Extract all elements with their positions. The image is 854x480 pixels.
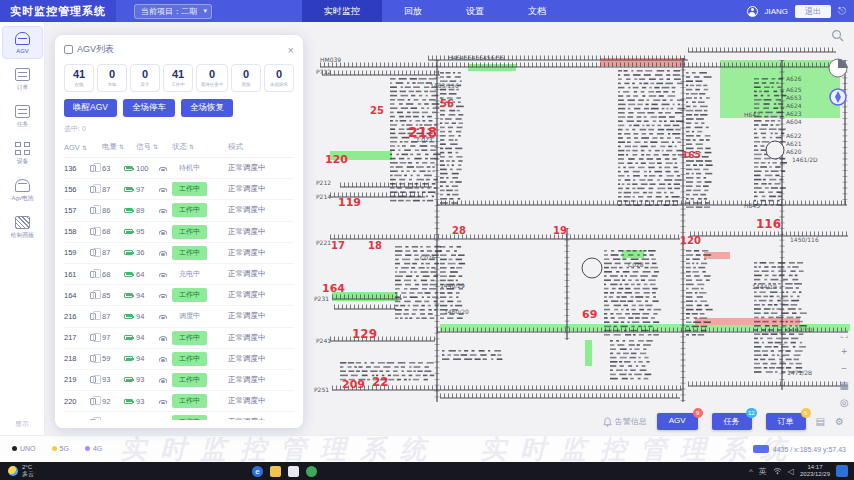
- battery-value: 97: [102, 333, 124, 342]
- battery-value: 86: [102, 206, 124, 215]
- volume-icon[interactable]: ◁: [788, 467, 794, 476]
- status-badge: 工作中: [172, 352, 207, 366]
- sidebar-item-绘制画板[interactable]: 绘制画板: [2, 211, 43, 244]
- exit-icon[interactable]: ⎋: [838, 5, 846, 17]
- grid-icon[interactable]: ▦: [840, 381, 849, 391]
- nav-item-设置[interactable]: 设置: [444, 0, 506, 22]
- copy-icon[interactable]: [90, 292, 96, 299]
- status-badge: 工作中: [172, 182, 207, 196]
- map-toolbar-button-任务[interactable]: 任务12: [712, 413, 752, 430]
- panel-button-全场停车[interactable]: 全场停车: [123, 99, 175, 117]
- map-toolbar-button-订单[interactable]: 订单6: [766, 413, 806, 430]
- agv-list-panel: AGV列表 × 41在线0充电0异常41工作中0等待任务中0离线0未初始化 唤醒…: [55, 35, 303, 428]
- stat-box-未初始化[interactable]: 0未初始化: [264, 64, 294, 92]
- mode-text: 正常调度中: [228, 248, 294, 258]
- nav-item-实时监控[interactable]: 实时监控: [302, 0, 382, 22]
- copy-icon[interactable]: [90, 228, 96, 235]
- agv-row-220[interactable]: 2209293工作中正常调度中: [64, 391, 294, 412]
- agv-row-157[interactable]: 1578689工作中正常调度中: [64, 200, 294, 221]
- battery-icon: [124, 166, 133, 171]
- taskbar-clock[interactable]: 14:17 2023/12/29: [800, 464, 830, 478]
- wifi-tray-icon[interactable]: [773, 467, 782, 475]
- agv-row-164[interactable]: 1648594工作中正常调度中: [64, 285, 294, 306]
- stat-box-异常[interactable]: 0异常: [130, 64, 160, 92]
- nav-item-回放[interactable]: 回放: [382, 0, 444, 22]
- taskbar-weather[interactable]: 2°C 多云: [0, 464, 42, 478]
- logout-button[interactable]: 退出: [795, 5, 831, 18]
- sidebar-item-订单[interactable]: 订单: [2, 63, 43, 96]
- agv-row-158[interactable]: 1586895工作中正常调度中: [64, 222, 294, 243]
- wifi-icon: [158, 164, 167, 172]
- battery-value: 59: [102, 354, 124, 363]
- notification-icon[interactable]: [836, 465, 848, 477]
- svg-text:119: 119: [338, 196, 361, 209]
- project-select[interactable]: 当前项目：二期 ▾: [134, 4, 212, 19]
- zoom-out-icon[interactable]: −: [840, 364, 849, 374]
- sidebar-item-任务[interactable]: 任务: [2, 100, 43, 133]
- svg-text:209: 209: [342, 378, 365, 391]
- agv-row-219[interactable]: 2199393工作中正常调度中: [64, 370, 294, 391]
- copy-icon[interactable]: [90, 165, 96, 172]
- copy-icon[interactable]: [90, 313, 96, 320]
- battery-value: 93: [102, 375, 124, 384]
- stat-box-在线[interactable]: 41在线: [64, 64, 94, 92]
- search-icon[interactable]: [831, 29, 844, 42]
- copy-icon[interactable]: [90, 186, 96, 193]
- sidebar-item-label: Agv电池: [4, 194, 41, 202]
- signal-value: 94: [136, 354, 158, 363]
- close-icon[interactable]: ×: [288, 45, 294, 55]
- copy-icon[interactable]: [90, 249, 96, 256]
- sidebar-item-AGV[interactable]: AGV: [2, 26, 43, 59]
- agv-row-159[interactable]: 1598736工作中正常调度中: [64, 243, 294, 264]
- zoom-in-icon[interactable]: +: [840, 347, 849, 357]
- chevron-down-icon: ▾: [203, 7, 207, 15]
- copy-icon[interactable]: [90, 271, 96, 278]
- agv-row-217[interactable]: 2179794工作中正常调度中: [64, 328, 294, 349]
- map-toolbar-button-AGV[interactable]: AGV9: [657, 413, 698, 430]
- folder-icon[interactable]: [270, 466, 281, 477]
- svg-text:1471/2B: 1471/2B: [787, 369, 812, 376]
- stat-box-离线[interactable]: 0离线: [231, 64, 261, 92]
- stat-box-充电[interactable]: 0充电: [97, 64, 127, 92]
- svg-text:22: 22: [372, 375, 389, 389]
- sidebar-item-设备[interactable]: 设备: [2, 137, 43, 170]
- nav-item-文档[interactable]: 文档: [506, 0, 568, 22]
- copy-icon[interactable]: [90, 419, 96, 420]
- agv-row-216[interactable]: 2168794调度中正常调度中: [64, 306, 294, 327]
- wifi-icon: [158, 185, 167, 193]
- ime-icon[interactable]: 英: [759, 466, 767, 477]
- tray-expand-icon[interactable]: ^: [749, 467, 753, 476]
- copy-icon[interactable]: [90, 376, 96, 383]
- locate-icon[interactable]: ◎: [840, 398, 849, 408]
- gear-icon[interactable]: ⚙: [835, 416, 844, 427]
- copy-icon[interactable]: [90, 398, 96, 405]
- agv-row-136[interactable]: 13663100待机中正常调度中: [64, 158, 294, 179]
- panel-button-唤醒AGV[interactable]: 唤醒AGV: [64, 99, 117, 117]
- agv-row-218[interactable]: 2185994工作中正常调度中: [64, 349, 294, 370]
- browser-icon[interactable]: [306, 466, 317, 477]
- agv-number: 216: [64, 312, 90, 321]
- battery-icon: [124, 356, 133, 361]
- agv-row-240[interactable]: 2407090工作中正常调度中: [64, 412, 294, 420]
- panel-button-全场恢复[interactable]: 全场恢复: [181, 99, 233, 117]
- edge-icon[interactable]: e: [252, 466, 263, 477]
- copy-icon[interactable]: [90, 355, 96, 362]
- sidebar-item-Agv电池[interactable]: Agv电池: [2, 174, 43, 207]
- battery-icon: [124, 335, 133, 340]
- copy-icon[interactable]: [90, 207, 96, 214]
- stat-box-等待任务中[interactable]: 0等待任务中: [196, 64, 228, 92]
- alert-chip[interactable]: 告警信息: [603, 416, 647, 427]
- legend-doc-icon[interactable]: ▤: [816, 416, 825, 427]
- nav-right: JIANG 退出 ⎋: [747, 5, 854, 18]
- agv-row-161[interactable]: 1616864充电中正常调度中: [64, 264, 294, 285]
- cursor-chip-icon: [753, 445, 769, 453]
- agv-row-156[interactable]: 1568797工作中正常调度中: [64, 179, 294, 200]
- agv-number: 161: [64, 270, 90, 279]
- svg-text:A624: A624: [786, 102, 802, 109]
- fullscreen-icon[interactable]: ⛶: [840, 330, 849, 340]
- battery-value: 87: [102, 312, 124, 321]
- battery-icon: [124, 314, 133, 319]
- stat-box-工作中[interactable]: 41工作中: [163, 64, 193, 92]
- copy-icon[interactable]: [90, 334, 96, 341]
- file-explorer-icon[interactable]: [288, 466, 299, 477]
